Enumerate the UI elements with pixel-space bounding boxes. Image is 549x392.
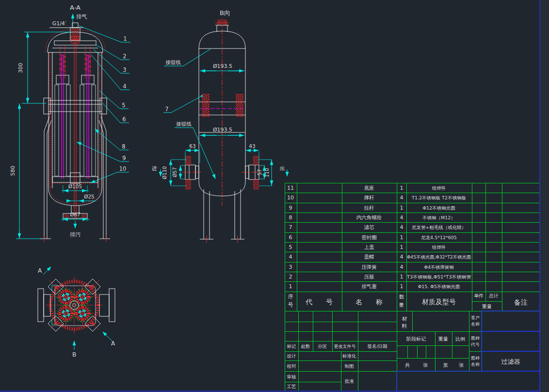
field-drawing-code: 图样 (471, 336, 480, 341)
bom-no: 10 (287, 195, 294, 201)
bom-material: 尼龙4.5*12*605 (421, 235, 457, 240)
bom-qty: 4 (400, 195, 404, 201)
field-process: 工艺 (287, 384, 297, 389)
bom-no: 9 (289, 205, 292, 211)
bom-header-weight: 重量 (482, 304, 492, 309)
section-label-a2: A (111, 340, 115, 347)
callout-4: 4 (123, 83, 126, 90)
bom-header-no: 序 (288, 294, 293, 300)
callout-8: 8 (122, 143, 125, 150)
field-sheet-no: 第 (443, 362, 448, 368)
section-label-a1: A (38, 267, 42, 274)
seam-label-2: 接驳线 (176, 121, 192, 127)
field-material: 材 (402, 316, 407, 322)
dim-57-right: 57 (257, 169, 262, 176)
callout-10: 10 (119, 165, 127, 172)
direction-label-b: B (72, 351, 76, 358)
bom-qty: 1 (400, 274, 404, 280)
dim-67: Ø67 (70, 212, 81, 217)
callout-3: 3 (123, 66, 126, 73)
bom-header-qty: 数 (399, 294, 404, 299)
bom-qty: 4 (400, 264, 404, 270)
drain-label: 排污 (70, 231, 81, 238)
bom-no: 2 (289, 274, 292, 280)
bom-name: 内六角螺栓 (356, 214, 382, 220)
field-customer: 名称 (471, 322, 480, 327)
callout-1: 1 (123, 35, 127, 42)
field-check: 校对 (287, 363, 297, 369)
bom-material: Φ45不锈光圆,Φ32*T2不锈光圆 (407, 254, 471, 260)
dim-110-right: 110 (264, 168, 270, 177)
bom-name: 压板 (364, 274, 375, 279)
bom-name: 盖帽 (364, 254, 374, 260)
bom-name: 密封圈 (361, 234, 377, 240)
dim-105: Ø105 (68, 183, 82, 189)
dim-300: 300 (17, 63, 24, 73)
bom-qty: 4 (400, 214, 404, 221)
bom-no: 7 (289, 224, 292, 230)
bom-material: Φ15. Φ5不锈钢光圆 (418, 284, 460, 289)
bom-qty: 1 (400, 283, 404, 290)
field-drawing-code: 代号 (470, 342, 480, 347)
field-count: 处数 (301, 343, 311, 349)
bom-no: 3 (289, 264, 292, 270)
bom-qty: 1 (400, 244, 404, 250)
field-customer: 客户 (471, 315, 480, 320)
field-review: 审核 (287, 374, 297, 379)
bom-material: 不锈钢（M12） (422, 215, 455, 220)
field-sheet-no-unit: 张 (459, 362, 464, 368)
bom-no: 11 (287, 185, 294, 191)
field-scale: 比例 (455, 336, 465, 342)
bom-no: 4 (289, 254, 292, 260)
dim-25: Ø25 (84, 194, 95, 199)
dim-110-left: Ø110 (162, 166, 167, 180)
thread-label: G1/4′ (52, 20, 66, 27)
section-title: A-A (70, 4, 81, 11)
dim-dia-1: Ø193.5 (213, 63, 232, 69)
callout-7: 7 (165, 106, 168, 113)
cad-drawing-filter: A-A 排气 G1/4′ (0, 0, 549, 392)
bom-material: Φ4不锈弹簧钢 (424, 264, 453, 270)
product-name: 过滤器 (501, 358, 520, 365)
cad-canvas: A-A 排气 G1/4′ (0, 0, 549, 392)
bom-name: 底座 (364, 185, 374, 191)
bom-header-code: 代 号 (306, 298, 333, 306)
field-design: 设计 (287, 353, 297, 359)
callout-9: 9 (122, 155, 126, 162)
bom-header-no: 号 (288, 302, 293, 308)
bom-name: 压弹簧 (361, 264, 377, 270)
bom-material: 尼龙管+粗毛线（或化晴） (412, 225, 466, 230)
dim-dia-2: Ø193.5 (213, 127, 232, 133)
bom-name: 上盖 (364, 244, 375, 250)
callout-5: 5 (122, 102, 125, 109)
field-stage-mark: 阶段标记 (406, 336, 426, 342)
field-drawing-name: 名称 (471, 362, 480, 367)
field-sign-date: 签名/日期 (367, 343, 387, 349)
bom-qty: 4 (400, 254, 404, 260)
bom-name: 撑杆 (364, 195, 375, 200)
bom-header-total: 总计 (489, 293, 499, 298)
field-zone: 分区 (318, 343, 327, 349)
bom-header-name: 名 称 (355, 298, 383, 306)
bom-qty: 4 (400, 224, 404, 230)
field-approve: 批准 (345, 378, 355, 384)
view-title: B向 (220, 9, 230, 16)
bom-material: T3不锈钢板,Φ51*T3不锈钢管 (406, 274, 471, 279)
field-standardize: 标准化 (342, 353, 356, 359)
callout-6: 6 (122, 116, 126, 123)
bom-no: 6 (289, 234, 292, 241)
bom-no: 5 (289, 244, 292, 250)
bom-material: 组焊件 (432, 245, 446, 250)
bom-material: T1.2不锈钢板 T2不锈钢板 (411, 195, 466, 200)
bom-name: 排气塞 (361, 283, 377, 289)
dim-63: 63 (189, 143, 195, 149)
dim-580: 580 (10, 166, 16, 176)
bom-qty: 1 (400, 234, 404, 241)
field-sheets-total: 共 (405, 362, 410, 368)
bom-name: 滤芯 (364, 224, 375, 230)
bom-name: 拉杆 (364, 205, 375, 211)
bom-material: Φ12不锈钢光圆 (422, 205, 455, 211)
dim-57-left: Ø57 (172, 167, 178, 178)
field-material: 料 (402, 323, 407, 329)
vent-label: 排气 (76, 14, 87, 20)
